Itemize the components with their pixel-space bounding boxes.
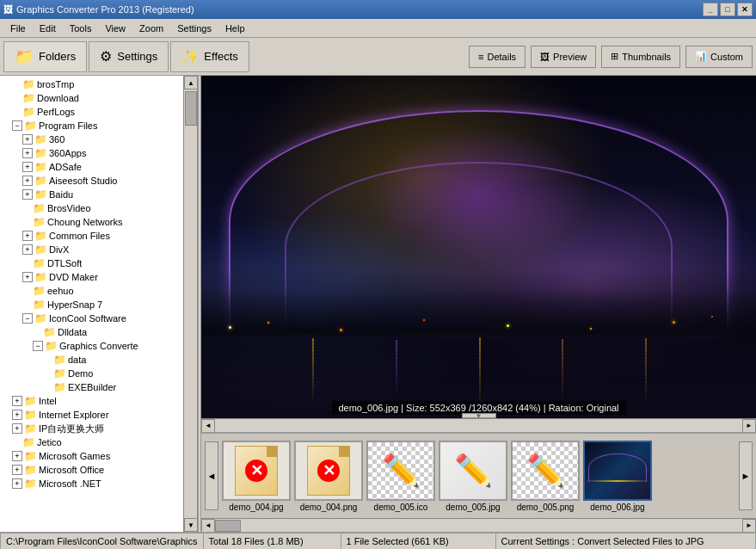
folder-tree[interactable]: 📁brosTmp📁Download📁PerfLogs−📁Program File… <box>0 76 183 532</box>
hscroll-right-btn[interactable]: ► <box>742 419 756 433</box>
menu-view[interactable]: View <box>98 22 132 35</box>
tree-item-demo[interactable]: 📁Demo <box>2 367 181 380</box>
strip-hscrollbar[interactable]: ◄ ► <box>201 518 756 532</box>
tree-expander[interactable]: + <box>12 423 22 434</box>
tree-item-brosTmp[interactable]: 📁brosTmp <box>2 77 181 91</box>
tree-vscrollbar[interactable]: ▲ ▼ <box>183 76 197 532</box>
menu-tools[interactable]: Tools <box>63 22 99 35</box>
folder-icon: 📁 <box>34 188 47 200</box>
strip-scroll-right[interactable]: ► <box>742 519 756 533</box>
folder-icon: 📁 <box>33 299 46 311</box>
tree-item-ie[interactable]: +📁Internet Explorer <box>2 408 181 422</box>
thumb-item-demo_004_jpg[interactable]: ✕ demo_004.jpg <box>222 441 291 512</box>
thumb-item-demo_004_png[interactable]: ✕ demo_004.png <box>294 441 363 512</box>
tree-item-eehuo[interactable]: 📁eehuo <box>2 284 181 298</box>
folder-icon: 📁 <box>34 312 47 324</box>
tree-item-aiseesoft[interactable]: +📁Aiseesoft Studio <box>2 174 181 188</box>
tree-expander[interactable]: − <box>22 313 33 324</box>
tree-item-hypersnap[interactable]: 📁HyperSnap 7 <box>2 298 181 312</box>
menu-zoom[interactable]: Zoom <box>132 22 170 35</box>
thumb-scroll-right[interactable]: ► <box>739 441 753 510</box>
scroll-down-btn[interactable]: ▼ <box>184 518 198 532</box>
strip-scroll-left[interactable]: ◄ <box>201 519 215 533</box>
preview-resize-handle[interactable]: ▼ <box>462 413 496 418</box>
tree-item-choung[interactable]: 📁Choung Networks <box>2 215 181 229</box>
tree-item-dtlsoft[interactable]: 📁DTLSoft <box>2 256 181 270</box>
tree-expander[interactable]: + <box>22 244 33 255</box>
folder-icon: 📁 <box>53 354 66 366</box>
tree-item-360apps[interactable]: +📁360Apps <box>2 146 181 160</box>
tree-label: Microsoft Office <box>39 465 104 475</box>
tree-item-brosvideo[interactable]: 📁BrosVideo <box>2 201 181 215</box>
thumb-item-demo_005_png[interactable]: ✏️ demo_005.png <box>511 441 580 512</box>
tree-expander[interactable]: + <box>12 410 22 420</box>
tree-expander[interactable]: + <box>12 465 22 475</box>
tree-expander[interactable]: + <box>22 176 33 186</box>
tree-expander[interactable]: − <box>12 120 22 131</box>
tree-expander[interactable]: + <box>12 478 22 489</box>
tree-label: DTLSoft <box>47 258 82 268</box>
settings-label: Settings <box>117 50 157 63</box>
view-thumbnails-button[interactable]: ⊞ Thumbnails <box>601 46 680 68</box>
thumb-item-demo_006_jpg[interactable]: demo_006.jpg <box>583 441 652 512</box>
tree-label: PerfLogs <box>37 107 75 117</box>
tree-item-dlldata[interactable]: 📁Dlldata <box>2 325 181 339</box>
folder-icon: 📁 <box>15 47 34 66</box>
tree-label: eehuo <box>47 286 74 296</box>
tree-expander[interactable]: + <box>12 451 22 461</box>
tree-expander[interactable]: + <box>22 272 33 282</box>
tab-settings[interactable]: ⚙ Settings <box>89 41 169 72</box>
thumb-image <box>583 441 652 501</box>
scroll-up-btn[interactable]: ▲ <box>184 76 198 89</box>
tree-item-ms_office[interactable]: +📁Microsoft Office <box>2 463 181 477</box>
tree-item-adsafe[interactable]: +📁ADSafe <box>2 160 181 174</box>
tree-expander[interactable]: − <box>33 341 43 351</box>
folder-icon: 📁 <box>34 175 47 187</box>
view-details-button[interactable]: ≡ Details <box>469 46 526 68</box>
menu-file[interactable]: File <box>3 22 33 35</box>
view-preview-button[interactable]: 🖼 Preview <box>531 46 596 68</box>
tree-item-intel[interactable]: +📁Intel <box>2 394 181 408</box>
menu-settings[interactable]: Settings <box>170 22 218 35</box>
tree-item-common[interactable]: +📁Common Files <box>2 229 181 243</box>
tree-item-iconcool[interactable]: −📁IconCool Software <box>2 312 181 325</box>
tree-expander[interactable]: + <box>22 162 33 172</box>
tree-item-jetico[interactable]: 📁Jetico <box>2 435 181 449</box>
tree-label: Baidu <box>49 189 73 200</box>
tree-item-data[interactable]: 📁data <box>2 353 181 367</box>
tree-item-download[interactable]: 📁Download <box>2 91 181 105</box>
tree-item-dvdmaker[interactable]: +📁DVD Maker <box>2 270 181 284</box>
folder-icon: 📁 <box>33 216 46 228</box>
tree-item-baidu[interactable]: +📁Baidu <box>2 188 181 201</box>
hscroll-left-btn[interactable]: ◄ <box>201 419 215 433</box>
tree-expander[interactable]: + <box>22 134 33 145</box>
tree-expander[interactable]: + <box>22 189 33 200</box>
tree-item-360[interactable]: +📁360 <box>2 133 181 146</box>
preview-hscrollbar[interactable]: ◄ ► <box>201 418 756 432</box>
tree-item-dotnet[interactable]: +📁Microsoft .NET <box>2 477 181 490</box>
tree-item-divx[interactable]: +📁DivX <box>2 243 181 256</box>
tree-item-perflogs[interactable]: 📁PerfLogs <box>2 105 181 119</box>
status-file-count: Total 18 Files (1.8 MB) <box>204 534 341 549</box>
tree-expander[interactable]: + <box>22 231 33 241</box>
maximize-button[interactable]: □ <box>720 3 735 16</box>
menu-edit[interactable]: Edit <box>33 22 63 35</box>
close-button[interactable]: ✕ <box>737 3 753 16</box>
minimize-button[interactable]: _ <box>703 3 718 16</box>
thumb-item-demo_005_jpg[interactable]: ✏️ demo_005.jpg <box>439 441 507 512</box>
tab-effects[interactable]: ✨ Effects <box>170 41 249 72</box>
tree-expander[interactable]: + <box>12 396 22 406</box>
tree-item-ms_games[interactable]: +📁Microsoft Games <box>2 449 181 463</box>
tree-label: Intel <box>39 396 57 406</box>
tree-expander[interactable]: + <box>22 148 33 158</box>
thumb-scroll-left[interactable]: ◄ <box>205 441 218 510</box>
tree-item-exebuilder[interactable]: 📁EXEBuilder <box>2 380 181 394</box>
tree-item-graphics_conv[interactable]: −📁Graphics Converte <box>2 339 181 353</box>
thumb-item-demo_005_ico[interactable]: ✏️ demo_005.ico <box>366 441 435 512</box>
scroll-thumb-v[interactable] <box>185 91 197 126</box>
menu-help[interactable]: Help <box>218 22 252 35</box>
tree-item-ipupdate[interactable]: +📁IP自动更换大师 <box>2 422 181 435</box>
tree-item-program_files[interactable]: −📁Program Files <box>2 119 181 133</box>
view-custom-button[interactable]: 📊 Custom <box>685 46 753 68</box>
tab-folders[interactable]: 📁 Folders <box>3 41 87 72</box>
